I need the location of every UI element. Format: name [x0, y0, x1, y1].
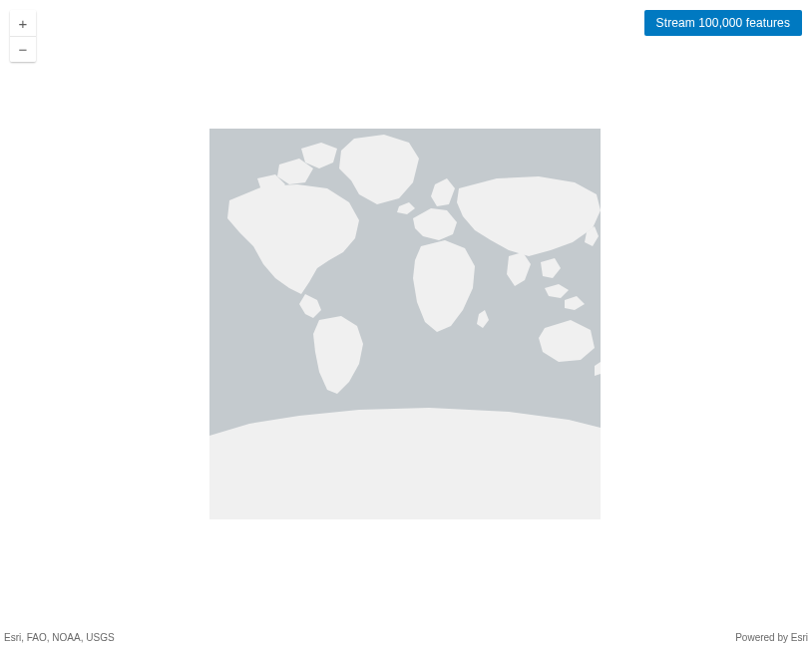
plus-icon: + — [19, 15, 28, 32]
zoom-in-button[interactable]: + — [10, 10, 36, 36]
basemap[interactable] — [209, 129, 601, 519]
attribution-powered-by: Powered by Esri — [735, 632, 808, 643]
attribution-sources: Esri, FAO, NOAA, USGS — [4, 632, 115, 643]
zoom-out-button[interactable]: − — [10, 36, 36, 62]
world-map — [209, 129, 601, 519]
minus-icon: − — [19, 41, 28, 58]
zoom-controls: + − — [10, 10, 36, 62]
map-viewport: + − Stream 100,000 features — [0, 0, 812, 647]
stream-features-button[interactable]: Stream 100,000 features — [644, 10, 802, 36]
